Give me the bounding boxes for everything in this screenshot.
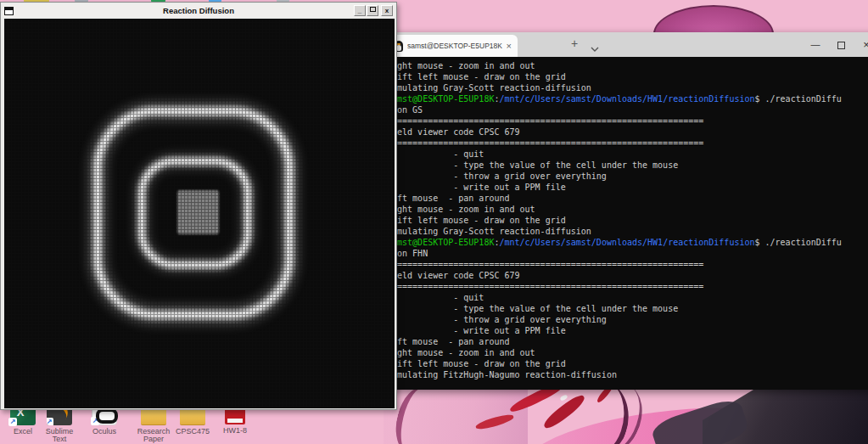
- reaction-diffusion-window: Reaction Diffusion _ x: [0, 2, 397, 410]
- tab-dropdown-icon[interactable]: [591, 40, 599, 55]
- terminal-line: v - type the value of the cell under the…: [387, 303, 868, 314]
- terminal-maximize-button[interactable]: [828, 32, 854, 57]
- terminal-line: right mouse - zoom in and out: [387, 347, 868, 358]
- desktop-icon-label: Oculus: [84, 428, 125, 436]
- shortcut-arrow-icon: ↗: [91, 417, 99, 425]
- terminal-line: Field viewer code CPSC 679: [387, 270, 868, 281]
- simulation-canvas[interactable]: [4, 19, 395, 408]
- terminal-line: v - type the value of the cell under the…: [387, 160, 868, 171]
- maximize-button[interactable]: [367, 5, 378, 16]
- jacket-shape: [649, 396, 750, 444]
- terminal-line: ========================================…: [387, 259, 868, 270]
- terminal-tab-bar: samst@DESKTOP-E5UP18K: /mn × + — ×: [380, 32, 868, 57]
- terminal-line: Simulating Gray-Scott reaction-diffusion: [387, 82, 868, 93]
- terminal-line: q - quit: [387, 149, 868, 160]
- minimize-button[interactable]: _: [354, 5, 366, 16]
- terminal-output[interactable]: right mouse - zoom in and outshift left …: [380, 57, 868, 380]
- anime-head-top: [653, 5, 774, 34]
- terminal-line: shift left mouse - draw on the grid: [387, 71, 868, 82]
- tab-close-icon[interactable]: ×: [507, 42, 512, 51]
- terminal-line: left mouse - pan around: [387, 193, 868, 204]
- terminal-line: g - throw a grid over everything: [387, 314, 868, 325]
- desktop-icon-label: Excel: [3, 428, 43, 436]
- system-menu-icon[interactable]: [4, 7, 14, 15]
- reaction-diffusion-titlebar[interactable]: Reaction Diffusion _ x: [3, 4, 395, 17]
- terminal-line: samst@DESKTOP-E5UP18K:/mnt/c/Users/samst…: [387, 237, 868, 248]
- shortcut-arrow-icon: ↗: [8, 418, 17, 426]
- shortcut-arrow-icon: ↗: [47, 418, 53, 425]
- terminal-line: ========================================…: [387, 281, 868, 292]
- terminal-line: q - quit: [387, 292, 868, 303]
- window-title: Reaction Diffusion: [3, 6, 395, 15]
- desktop-icon-label: HW1-8: [215, 427, 255, 435]
- terminal-line: g - throw a grid over everything: [387, 171, 868, 182]
- terminal-line: ========================================…: [387, 115, 868, 126]
- terminal-window: samst@DESKTOP-E5UP18K: /mn × + — × right…: [380, 32, 868, 390]
- terminal-line: w - write out a PPM file: [387, 182, 868, 193]
- terminal-line: sion GS: [387, 104, 868, 115]
- terminal-tab[interactable]: samst@DESKTOP-E5UP18K: /mn ×: [389, 35, 518, 57]
- terminal-line: shift left mouse - draw on the grid: [387, 358, 868, 369]
- reaction-diffusion-pattern: [4, 19, 395, 408]
- desktop-icon-label: Sublime Text3: [39, 428, 80, 444]
- terminal-line: Simulating FitzHugh-Nagumo reaction-diff…: [387, 369, 868, 380]
- terminal-tab-title: samst@DESKTOP-E5UP18K: /mn: [407, 42, 502, 50]
- terminal-line: left mouse - pan around: [387, 336, 868, 347]
- close-button[interactable]: x: [381, 5, 393, 16]
- new-tab-button[interactable]: +: [567, 37, 582, 50]
- desktop-icon-label: CPSC475: [172, 428, 213, 436]
- terminal-line: shift left mouse - draw on the grid: [387, 215, 868, 226]
- terminal-line: samst@DESKTOP-E5UP18K:/mnt/c/Users/samst…: [387, 93, 868, 104]
- terminal-line: right mouse - zoom in and out: [387, 60, 868, 71]
- terminal-minimize-button[interactable]: —: [803, 32, 828, 57]
- terminal-line: w - write out a PPM file: [387, 325, 868, 336]
- terminal-line: sion FHN: [387, 248, 868, 259]
- desktop-icon-label: ResearchPaper: [133, 428, 174, 443]
- terminal-line: ========================================…: [387, 138, 868, 149]
- desktop: X↗Excel↗Sublime Text3↗OculusResearchPape…: [0, 0, 868, 444]
- terminal-close-button[interactable]: ×: [854, 32, 868, 57]
- terminal-line: Field viewer code CPSC 679: [387, 126, 868, 138]
- terminal-line: Simulating Gray-Scott reaction-diffusion: [387, 226, 868, 237]
- terminal-line: right mouse - zoom in and out: [387, 204, 868, 215]
